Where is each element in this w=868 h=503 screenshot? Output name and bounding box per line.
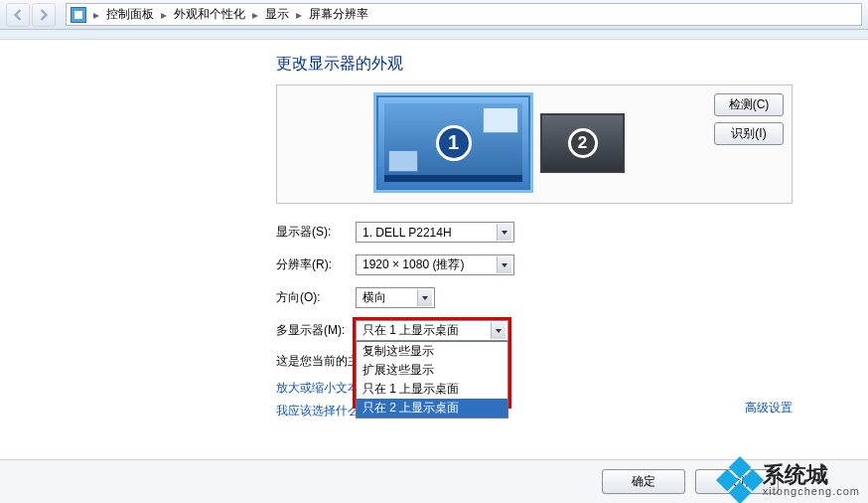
ok-button[interactable]: 确定 — [602, 469, 685, 494]
toolbar-stripe — [0, 30, 868, 40]
dropdown-value: 1. DELL P2214H — [362, 226, 497, 240]
display-label: 显示器(S): — [276, 224, 356, 241]
detect-button[interactable]: 检测(C) — [714, 93, 784, 116]
monitor-1[interactable]: 1 — [376, 95, 530, 190]
arrow-left-icon — [12, 9, 24, 21]
multi-display-options: 复制这些显示 扩展这些显示 只在 1 上显示桌面 只在 2 上显示桌面 — [356, 341, 508, 419]
resolution-label: 分辨率(R): — [276, 256, 356, 273]
text-size-link[interactable]: 放大或缩小文本 — [276, 380, 360, 397]
dropdown-option[interactable]: 扩展这些显示 — [357, 361, 507, 380]
display-row: 显示器(S): 1. DELL P2214H — [276, 222, 793, 243]
advanced-settings-link[interactable]: 高级设置 — [745, 400, 793, 417]
window-thumb-icon — [388, 150, 418, 172]
breadcrumb-item[interactable]: 显示 — [261, 4, 293, 25]
chevron-down-icon — [491, 322, 506, 339]
breadcrumb-item[interactable]: 屏幕分辨率 — [305, 4, 372, 25]
breadcrumb[interactable]: ▸ 控制面板 ▸ 外观和个性化 ▸ 显示 ▸ 屏幕分辨率 — [66, 3, 862, 26]
resolution-dropdown[interactable]: 1920 × 1080 (推荐) — [356, 254, 514, 275]
main-display-note: 这是您当前的主 — [276, 353, 793, 370]
orientation-dropdown[interactable]: 横向 — [356, 287, 435, 308]
taskbar-icon — [384, 175, 522, 182]
dropdown-value: 1920 × 1080 (推荐) — [362, 256, 497, 273]
dialog-footer: 确定 取消 — [0, 459, 868, 503]
chevron-down-icon — [497, 256, 511, 273]
address-bar: ▸ 控制面板 ▸ 外观和个性化 ▸ 显示 ▸ 屏幕分辨率 — [0, 0, 868, 30]
monitor-number-badge: 2 — [568, 128, 598, 158]
dropdown-value: 横向 — [362, 289, 417, 306]
monitor-number-badge: 1 — [436, 125, 472, 161]
monitor-2[interactable]: 2 — [540, 113, 625, 173]
chevron-right-icon: ▸ — [249, 8, 261, 22]
display-preview: 1 2 检测(C) 识别(I) — [276, 84, 793, 204]
identify-button[interactable]: 识别(I) — [714, 122, 784, 145]
page-title: 更改显示器的外观 — [276, 54, 868, 75]
dropdown-value: 只在 1 上显示桌面 — [362, 322, 491, 339]
monitor-layout[interactable]: 1 2 — [376, 95, 625, 190]
main-content: 更改显示器的外观 1 2 检测(C) 识别(I) 显示器(S): 1. DELL… — [0, 40, 868, 425]
multi-display-label: 多显示器(M): — [276, 322, 356, 339]
nav-buttons — [0, 0, 64, 29]
dropdown-option[interactable]: 复制这些显示 — [357, 342, 507, 361]
dropdown-option-selected[interactable]: 只在 2 上显示桌面 — [357, 399, 507, 418]
display-dropdown[interactable]: 1. DELL P2214H — [356, 222, 514, 243]
chevron-right-icon: ▸ — [158, 8, 170, 22]
breadcrumb-item[interactable]: 控制面板 — [102, 4, 158, 25]
orientation-label: 方向(O): — [276, 289, 356, 306]
forward-button[interactable] — [32, 3, 56, 27]
window-thumb-icon — [483, 107, 518, 133]
settings-form: 显示器(S): 1. DELL P2214H 分辨率(R): 1920 × 10… — [276, 222, 793, 425]
resolution-row: 分辨率(R): 1920 × 1080 (推荐) — [276, 254, 793, 275]
chevron-right-icon: ▸ — [90, 8, 102, 22]
breadcrumb-item[interactable]: 外观和个性化 — [170, 4, 249, 25]
cancel-button[interactable]: 取消 — [695, 469, 779, 494]
arrow-right-icon — [38, 9, 50, 21]
orientation-row: 方向(O): 横向 — [276, 287, 793, 308]
chevron-right-icon: ▸ — [293, 8, 305, 22]
multi-display-row: 多显示器(M): 只在 1 上显示桌面 复制这些显示 扩展这些显示 只在 1 上… — [276, 320, 793, 341]
back-button[interactable] — [6, 3, 30, 27]
dropdown-option[interactable]: 只在 1 上显示桌面 — [357, 380, 507, 399]
chevron-down-icon — [497, 224, 511, 241]
chevron-down-icon — [417, 289, 432, 306]
multi-display-dropdown[interactable]: 只在 1 上显示桌面 — [356, 320, 508, 341]
control-panel-icon — [71, 7, 86, 23]
